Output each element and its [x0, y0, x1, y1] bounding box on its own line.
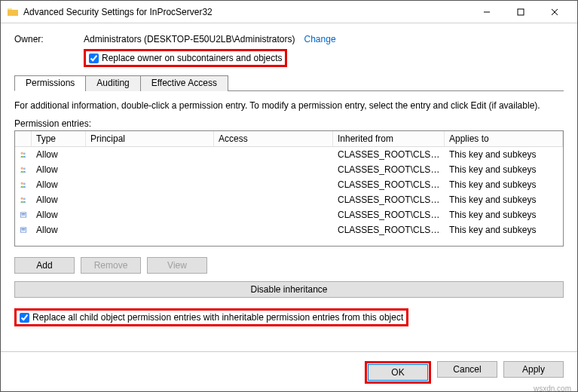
permission-entries-label: Permission entries:: [14, 118, 564, 129]
cell-principal: [86, 199, 214, 201]
ok-button[interactable]: OK: [368, 364, 428, 381]
cell-principal: [86, 229, 214, 231]
replace-child-checkbox[interactable]: [20, 313, 29, 323]
cell-type: Allow: [32, 224, 86, 236]
replace-child-highlight: Replace all child object permission entr…: [14, 308, 408, 326]
titlebar: Advanced Security Settings for InProcSer…: [1, 1, 577, 23]
cell-type: Allow: [32, 164, 86, 176]
tab-effective-access[interactable]: Effective Access: [140, 75, 228, 91]
cell-access: [214, 154, 333, 155]
svg-rect-14: [22, 215, 26, 216]
cell-inherited: CLASSES_ROOT\CLSID...: [333, 149, 445, 161]
watermark: wsxdn.com: [534, 384, 571, 392]
ok-highlight: OK: [365, 361, 431, 384]
table-row[interactable]: AllowCLASSES_ROOT\CLSID...This key and s…: [15, 147, 563, 162]
cell-principal: [86, 214, 214, 216]
cell-inherited: CLASSES_ROOT\CLSID...: [333, 209, 445, 221]
table-row[interactable]: AllowCLASSES_ROOT\CLSID...This key and s…: [15, 162, 563, 177]
folder-icon: [7, 6, 19, 18]
svg-point-10: [21, 198, 23, 200]
col-access[interactable]: Access: [214, 131, 333, 146]
svg-point-9: [23, 182, 26, 185]
cell-type: Allow: [32, 209, 86, 221]
svg-rect-1: [518, 9, 524, 15]
group-icon: [20, 149, 27, 161]
group-icon: [20, 164, 27, 176]
replace-child-label: Replace all child object permission entr…: [32, 312, 403, 323]
remove-button[interactable]: Remove: [81, 257, 141, 274]
add-button[interactable]: Add: [14, 257, 75, 274]
permissions-grid: Type Principal Access Inherited from App…: [14, 130, 564, 247]
svg-rect-13: [22, 213, 26, 214]
cell-applies: This key and subkeys: [445, 194, 563, 206]
group-icon: [20, 194, 27, 206]
cell-principal: [86, 154, 214, 155]
svg-rect-17: [22, 230, 26, 231]
col-inherited[interactable]: Inherited from: [333, 131, 445, 146]
svg-point-4: [21, 152, 23, 155]
cell-applies: This key and subkeys: [445, 149, 563, 161]
svg-rect-16: [22, 228, 26, 229]
col-applies[interactable]: Applies to: [445, 131, 563, 146]
svg-point-8: [21, 182, 23, 185]
cell-access: [214, 199, 333, 201]
col-type[interactable]: Type: [32, 131, 86, 146]
window-title: Advanced Security Settings for InProcSer…: [23, 7, 469, 17]
svg-point-7: [23, 167, 26, 170]
view-button[interactable]: View: [147, 257, 207, 274]
col-icon[interactable]: [15, 131, 32, 146]
cell-applies: This key and subkeys: [445, 179, 563, 191]
tab-permissions[interactable]: Permissions: [14, 75, 86, 91]
cell-inherited: CLASSES_ROOT\CLSID...: [333, 194, 445, 206]
svg-point-6: [21, 167, 23, 170]
grid-header: Type Principal Access Inherited from App…: [15, 131, 563, 147]
apply-button[interactable]: Apply: [503, 361, 564, 378]
tabstrip: Permissions Auditing Effective Access: [14, 75, 564, 91]
table-row[interactable]: AllowCLASSES_ROOT\CLSID...This key and s…: [15, 222, 563, 237]
cancel-button[interactable]: Cancel: [437, 361, 497, 378]
replace-owner-checkbox[interactable]: [89, 54, 99, 63]
cell-applies: This key and subkeys: [445, 164, 563, 176]
tab-auditing[interactable]: Auditing: [85, 75, 140, 91]
body: Owner: Administrators (DESKTOP-E50U2LB\A…: [1, 23, 577, 391]
cell-inherited: CLASSES_ROOT\CLSID...: [333, 179, 445, 191]
col-principal[interactable]: Principal: [86, 131, 214, 146]
window: Advanced Security Settings for InProcSer…: [0, 0, 578, 392]
cell-access: [214, 184, 333, 185]
minimize-button[interactable]: [469, 2, 503, 23]
close-button[interactable]: [537, 2, 571, 23]
svg-point-5: [23, 152, 26, 155]
cell-applies: This key and subkeys: [445, 209, 563, 221]
cell-access: [214, 169, 333, 170]
group-icon: [20, 179, 27, 191]
disable-inheritance-button[interactable]: Disable inheritance: [14, 281, 564, 298]
replace-owner-label: Replace owner on subcontainers and objec…: [102, 53, 282, 63]
system-icon: [20, 209, 27, 221]
cell-type: Allow: [32, 149, 86, 161]
info-text: For additional information, double-click…: [14, 100, 564, 111]
cell-type: Allow: [32, 179, 86, 191]
table-row[interactable]: AllowCLASSES_ROOT\CLSID...This key and s…: [15, 192, 563, 207]
cell-principal: [86, 169, 214, 170]
svg-point-11: [23, 198, 26, 200]
cell-applies: This key and subkeys: [445, 224, 563, 236]
cell-inherited: CLASSES_ROOT\CLSID...: [333, 164, 445, 176]
maximize-button[interactable]: [503, 2, 537, 23]
cell-access: [214, 214, 333, 216]
footer: OK Cancel Apply: [1, 351, 577, 391]
cell-principal: [86, 184, 214, 185]
cell-inherited: CLASSES_ROOT\CLSID...: [333, 224, 445, 236]
owner-value: Administrators (DESKTOP-E50U2LB\Administ…: [84, 34, 295, 44]
table-row[interactable]: AllowCLASSES_ROOT\CLSID...This key and s…: [15, 177, 563, 192]
change-link[interactable]: Change: [304, 34, 336, 44]
table-row[interactable]: AllowCLASSES_ROOT\CLSID...This key and s…: [15, 207, 563, 222]
replace-owner-highlight: Replace owner on subcontainers and objec…: [84, 49, 287, 67]
cell-access: [214, 229, 333, 231]
system-icon: [20, 224, 27, 236]
cell-type: Allow: [32, 194, 86, 206]
owner-label: Owner:: [14, 34, 84, 44]
